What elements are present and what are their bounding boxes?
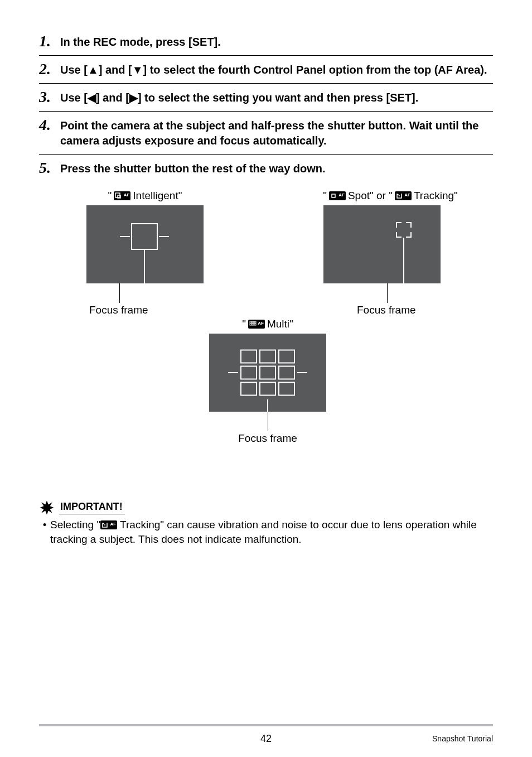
important-section: IMPORTANT! • Selecting " AF Tracking" ca… bbox=[39, 500, 493, 546]
step-number: 5 bbox=[39, 159, 60, 176]
pointer-line bbox=[144, 250, 145, 283]
af-intelligent-icon: AF bbox=[114, 191, 130, 200]
screen-multi bbox=[209, 334, 326, 412]
important-header: IMPORTANT! bbox=[39, 500, 493, 515]
label-text: Spot" or " bbox=[348, 190, 393, 202]
bullet-pre: Selecting " bbox=[50, 519, 100, 531]
af-icon-graphic bbox=[101, 522, 109, 529]
step-2: 2 Use [▲] and [▼] to select the fourth C… bbox=[39, 56, 493, 84]
svg-point-3 bbox=[399, 195, 400, 196]
steps-list: 1 In the REC mode, press [SET]. 2 Use [▲… bbox=[39, 28, 493, 182]
focus-frame-caption: Focus frame bbox=[357, 304, 496, 316]
step-text: Point the camera at the subject and half… bbox=[60, 116, 493, 148]
burst-icon bbox=[39, 500, 55, 515]
af-icon-graphic bbox=[330, 192, 338, 200]
focus-frame-icon bbox=[396, 222, 412, 238]
diagram-label-intelligent: " AF Intelligent" bbox=[61, 190, 229, 202]
svg-rect-6 bbox=[254, 321, 256, 323]
step-1: 1 In the REC mode, press [SET]. bbox=[39, 28, 493, 56]
step-number: 1 bbox=[39, 32, 60, 49]
step-number: 2 bbox=[39, 60, 60, 77]
screen-intelligent bbox=[86, 205, 204, 283]
diagram-spot-tracking: " AF Spot" or " AF Tracking" bbox=[284, 190, 496, 316]
af-icon-graphic bbox=[249, 321, 257, 329]
quote: " bbox=[108, 190, 112, 202]
svg-rect-4 bbox=[250, 321, 252, 323]
focus-frame-caption: Focus frame bbox=[89, 304, 229, 316]
step-4: 4 Point the camera at the subject and ha… bbox=[39, 112, 493, 155]
af-tracking-icon: AF bbox=[395, 191, 412, 200]
label-text: Multi" bbox=[267, 318, 293, 330]
step-number: 4 bbox=[39, 116, 60, 133]
pointer-line-out bbox=[387, 283, 388, 303]
diagram-label-spot-tracking: " AF Spot" or " AF Tracking" bbox=[284, 190, 496, 202]
page-footer: 42 Snapshot Tutorial bbox=[39, 734, 493, 743]
step-3: 3 Use [◀] and [▶] to select the setting … bbox=[39, 84, 493, 112]
pointer-line-out bbox=[119, 283, 120, 303]
step-text: Use [◀] and [▶] to select the setting yo… bbox=[60, 88, 493, 105]
bullet-text: Selecting " AF Tracking" can cause vibra… bbox=[50, 518, 493, 546]
svg-point-11 bbox=[104, 524, 105, 525]
svg-rect-8 bbox=[252, 324, 254, 325]
important-heading: IMPORTANT! bbox=[59, 501, 125, 514]
label-text: Tracking" bbox=[414, 190, 458, 202]
af-icon-graphic bbox=[396, 192, 404, 200]
footer-section-title: Snapshot Tutorial bbox=[432, 734, 493, 743]
svg-rect-1 bbox=[118, 195, 120, 198]
footer-divider bbox=[39, 724, 493, 726]
svg-rect-9 bbox=[254, 324, 256, 325]
diagram-label-multi: " AF Multi" bbox=[184, 318, 351, 330]
af-spot-icon: AF bbox=[329, 191, 346, 200]
step-number: 3 bbox=[39, 88, 60, 105]
af-multi-icon: AF bbox=[248, 320, 265, 329]
quote: " bbox=[323, 190, 327, 202]
diagram-multi: " AF Multi" bbox=[184, 318, 351, 445]
af-text: AF bbox=[338, 193, 345, 197]
af-text: AF bbox=[258, 321, 264, 326]
step-text: Use [▲] and [▼] to select the fourth Con… bbox=[60, 60, 493, 78]
svg-rect-7 bbox=[250, 324, 252, 325]
svg-rect-2 bbox=[332, 194, 335, 197]
af-icon-graphic bbox=[115, 192, 123, 200]
step-5: 5 Press the shutter button the rest of t… bbox=[39, 155, 493, 182]
diagrams-area: " AF Intelligent" Focus frame " AF bbox=[39, 190, 493, 491]
diagram-intelligent: " AF Intelligent" Focus frame bbox=[61, 190, 229, 316]
af-tracking-icon: AF bbox=[100, 520, 117, 529]
svg-marker-10 bbox=[40, 500, 54, 514]
focus-frame-icon bbox=[240, 350, 295, 396]
pointer-line-out bbox=[268, 412, 268, 431]
quote: " bbox=[242, 318, 246, 330]
bullet-dot: • bbox=[39, 518, 50, 546]
af-text: AF bbox=[404, 193, 410, 197]
step-text: Press the shutter button the rest of the… bbox=[60, 159, 493, 176]
af-text: AF bbox=[124, 193, 130, 197]
af-text: AF bbox=[110, 522, 117, 527]
label-text: Intelligent" bbox=[133, 190, 182, 202]
screen-spot-tracking bbox=[323, 205, 441, 283]
step-text: In the REC mode, press [SET]. bbox=[60, 32, 493, 50]
focus-frame-caption: Focus frame bbox=[184, 432, 351, 445]
svg-rect-5 bbox=[252, 321, 254, 323]
focus-frame-icon bbox=[131, 223, 158, 250]
important-bullet: • Selecting " AF Tracking" can cause vib… bbox=[39, 518, 493, 546]
page-number: 42 bbox=[260, 733, 272, 745]
